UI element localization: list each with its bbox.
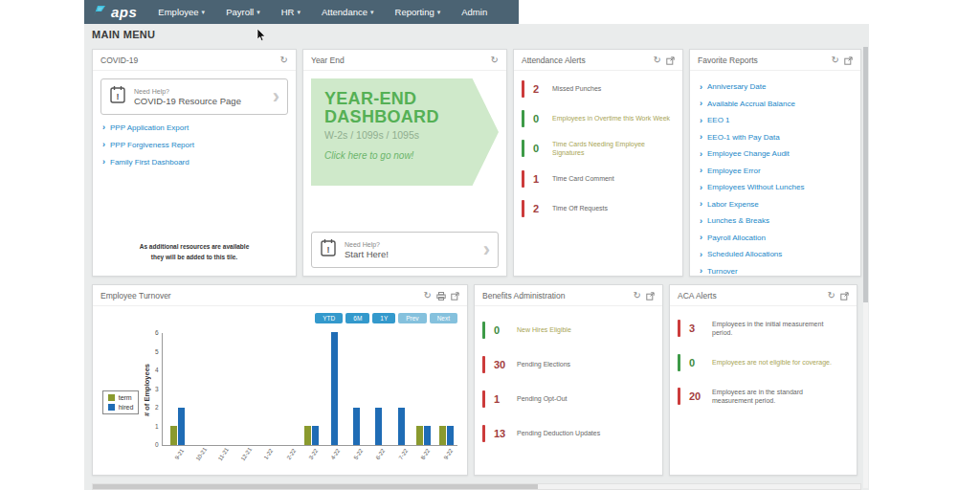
report-link[interactable]: › EEO-1 with Pay Data [700, 132, 849, 142]
refresh-icon[interactable]: ↻ [828, 292, 835, 300]
covid-resource-button[interactable]: ! Need Help? COVID-19 Resource Page › [100, 78, 288, 115]
refresh-icon[interactable]: ↻ [654, 56, 661, 64]
nav-item-label: Employee [158, 7, 198, 17]
legend-entry-hired: hired [108, 404, 134, 411]
popout-icon[interactable] [666, 56, 675, 65]
report-link[interactable]: › Anniversary Date [700, 82, 849, 92]
year-end-dashboard-banner[interactable]: YEAR-END DASHBOARD W-2s / 1099s / 1095s … [311, 78, 499, 186]
chart-yticks: 6543210 [151, 330, 162, 449]
link-label: PPP Application Export [110, 123, 189, 132]
chart-y-axis-label: # of Employees [143, 333, 151, 446]
alert-row[interactable]: 30 Pending Elections [482, 356, 655, 373]
tile-aca-title: ACA Alerts [678, 291, 717, 301]
chevron-right-icon: › [700, 116, 702, 125]
chart-range-button[interactable]: Prev [398, 313, 426, 323]
report-link[interactable]: › Scheduled Allocations [700, 250, 849, 259]
chart-legend: termhired [102, 390, 140, 414]
nav-item[interactable]: Reporting ▾ [395, 7, 441, 17]
covid-link[interactable]: › PPP Application Export [102, 122, 286, 132]
status-bar [522, 170, 524, 188]
page-header: MAIN MENU [84, 24, 869, 45]
nav-item[interactable]: HR ▾ [281, 7, 301, 17]
popout-icon[interactable] [451, 292, 459, 301]
favorites-link-list: › Anniversary Date › Available Accrual B… [690, 71, 860, 276]
alert-row[interactable]: 0 New Hires Eligible [482, 322, 655, 339]
link-label: Employees Without Lunches [707, 183, 804, 191]
nav-item[interactable]: Attendance ▾ [322, 7, 374, 17]
alert-row[interactable]: 13 Pending Deduction Updates [482, 425, 655, 442]
chevron-right-icon: › [102, 140, 105, 149]
popout-icon[interactable] [844, 56, 853, 65]
svg-text:!: ! [117, 92, 120, 101]
alert-count: 3 [689, 323, 712, 334]
alert-count: 13 [494, 428, 517, 439]
popout-icon[interactable] [646, 292, 655, 301]
alert-row[interactable]: 2 Time Off Requests [522, 200, 675, 217]
nav-item-label: Admin [461, 7, 487, 17]
year-end-help-button[interactable]: ! Need Help? Start Here! › [311, 232, 499, 268]
chart-bar-group [301, 333, 323, 445]
report-link[interactable]: › Labor Expense [700, 199, 849, 209]
horizontal-scrollbar-thumb[interactable] [93, 484, 538, 489]
chart-bar-group [211, 333, 233, 445]
report-link[interactable]: › Employee Change Audit [700, 149, 849, 159]
alert-row[interactable]: 0 Employees in Overtime this Work Week [522, 110, 675, 127]
chevron-right-icon: › [700, 250, 702, 259]
chart-bar-hired [312, 426, 319, 445]
alert-row[interactable]: 2 Missed Punches [522, 80, 675, 98]
refresh-icon[interactable]: ↻ [280, 56, 288, 64]
chart-y-tick: 4 [155, 368, 159, 374]
link-label: Family First Dashboard [110, 158, 189, 167]
legend-swatch [108, 404, 115, 411]
covid-link[interactable]: › Family First Dashboard [102, 157, 286, 167]
alert-count: 2 [533, 203, 552, 214]
nav-item-label: HR [281, 7, 295, 17]
alert-count: 0 [494, 324, 517, 336]
link-label: Payroll Allocation [707, 234, 766, 242]
chart-y-tick: 2 [155, 405, 159, 412]
chart-range-button[interactable]: YTD [315, 313, 343, 323]
popout-icon[interactable] [840, 292, 849, 301]
chart-y-tick: 6 [155, 330, 159, 337]
alert-label: Time Cards Needing Employee Signatures [552, 140, 675, 158]
alert-row[interactable]: 0 Employees are not eligible for coverag… [678, 354, 849, 371]
report-link[interactable]: › Employees Without Lunches [700, 183, 849, 192]
print-icon[interactable] [436, 292, 446, 301]
nav-item[interactable]: Employee ▾ [158, 7, 205, 17]
chart-bar-term [304, 426, 311, 445]
alert-row[interactable]: 1 Time Card Comment [522, 170, 675, 188]
report-link[interactable]: › EEO 1 [700, 116, 849, 125]
chart-range-button[interactable]: Next [430, 313, 457, 323]
chart-range-button[interactable]: 6M [345, 313, 369, 323]
tile-favorites-title: Favorite Reports [698, 56, 758, 65]
status-bar [522, 80, 524, 98]
report-link[interactable]: › Available Accrual Balance [700, 99, 849, 108]
chevron-right-icon: › [102, 122, 105, 132]
covid-link[interactable]: › PPP Forgiveness Report [102, 140, 286, 149]
nav-item[interactable]: Payroll ▾ [226, 7, 260, 17]
refresh-icon[interactable]: ↻ [634, 292, 641, 300]
report-link[interactable]: › Lunches & Breaks [700, 216, 849, 226]
alert-label: Time Off Requests [552, 204, 675, 212]
chart-y-tick: 5 [155, 349, 159, 356]
nav-item[interactable]: Admin [461, 7, 490, 17]
alert-row[interactable]: 20 Employees are in the standard measure… [678, 388, 849, 406]
alert-row[interactable]: 1 Pending Opt-Out [482, 390, 655, 408]
refresh-icon[interactable]: ↻ [424, 292, 432, 300]
app-logo[interactable]: aps [92, 3, 137, 22]
chart-bar-hired [398, 408, 405, 445]
chevron-right-icon: › [700, 266, 702, 276]
alert-count: 0 [533, 113, 552, 124]
alert-row[interactable]: 3 Employees in the initial measurement p… [678, 320, 849, 338]
alert-count: 1 [533, 173, 552, 185]
report-link[interactable]: › Payroll Allocation [700, 233, 849, 242]
report-link[interactable]: › Turnover [700, 266, 849, 276]
refresh-icon[interactable]: ↻ [832, 56, 839, 64]
chart-range-button[interactable]: 1Y [372, 313, 395, 323]
alert-row[interactable]: 0 Time Cards Needing Employee Signatures [522, 140, 675, 158]
report-link[interactable]: › Employee Error [700, 166, 849, 175]
chevron-right-icon: › [483, 243, 490, 256]
tile-benefits-title: Benefits Administration [482, 291, 565, 301]
chevron-right-icon: › [273, 90, 279, 103]
refresh-icon[interactable]: ↻ [491, 56, 499, 64]
